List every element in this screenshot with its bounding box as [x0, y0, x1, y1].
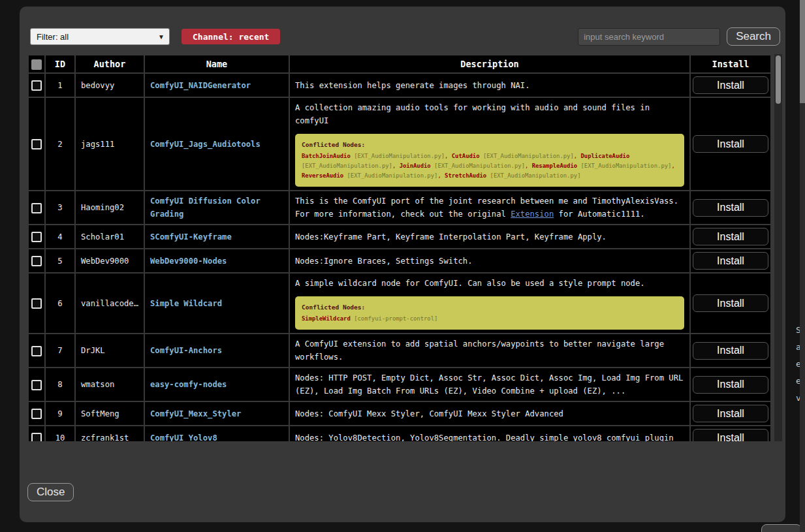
table-row: 3 Haoming02 ComfyUI Diffusion Color Grad…	[29, 191, 770, 224]
cell-id: 10	[46, 426, 74, 441]
node-name-link[interactable]: SComfyUI-Keyframe	[150, 232, 232, 242]
cell-checkbox	[29, 249, 44, 272]
header-install: Install	[691, 55, 770, 72]
cell-name: WebDev9000-Nodes	[145, 249, 289, 272]
header-description: Description	[290, 55, 689, 72]
cell-description: A simple wildcard node for ComfyUI. Can …	[290, 274, 689, 333]
table-scrollbar-thumb[interactable]	[776, 55, 781, 104]
node-name-link[interactable]: ComfyUI-Anchors	[150, 346, 222, 355]
select-all-checkbox[interactable]	[31, 59, 42, 70]
cell-checkbox	[29, 334, 44, 367]
table-row: 4 Scholar01 SComfyUI-Keyframe Nodes:Keyf…	[29, 225, 770, 248]
install-button[interactable]: Install	[693, 76, 768, 94]
cell-id: 7	[46, 334, 74, 367]
cell-install: Install	[691, 98, 770, 190]
cell-author: SoftMeng	[76, 402, 144, 425]
node-name-link[interactable]: ComfyUI_Jags_Audiotools	[150, 140, 260, 149]
cell-name: easy-comfy-nodes	[145, 368, 289, 401]
cell-author: Scholar01	[76, 225, 144, 248]
install-button[interactable]: Install	[693, 228, 768, 245]
install-button[interactable]: Install	[693, 342, 768, 360]
cell-author: Haoming02	[76, 191, 144, 224]
cell-description: This extension helps generate images thr…	[290, 74, 689, 97]
node-name-link[interactable]: ComfyUI Diffusion Color Grading	[150, 196, 260, 219]
cell-id: 3	[46, 191, 74, 224]
install-button[interactable]: Install	[693, 405, 768, 422]
cell-name: ComfyUI Diffusion Color Grading	[145, 191, 289, 224]
row-checkbox[interactable]	[31, 433, 42, 441]
partial-background-button[interactable]	[761, 524, 802, 532]
description-text: A simple wildcard node for ComfyUI. Can …	[295, 277, 684, 290]
description-link[interactable]: Extension	[511, 210, 554, 219]
cell-checkbox	[29, 402, 44, 425]
page-scrollbar[interactable]	[800, 0, 805, 532]
install-button[interactable]: Install	[693, 376, 768, 394]
node-name-link[interactable]: ComfyUI Yolov8	[150, 433, 217, 442]
page-scrollbar-thumb[interactable]	[800, 0, 805, 103]
row-checkbox[interactable]	[31, 256, 42, 266]
row-checkbox[interactable]	[31, 298, 42, 309]
cell-install: Install	[691, 274, 770, 333]
cell-install: Install	[691, 402, 770, 425]
install-button[interactable]: Install	[693, 199, 768, 217]
cell-install: Install	[691, 368, 770, 401]
row-checkbox[interactable]	[31, 80, 42, 91]
cell-name: ComfyUI Yolov8	[145, 426, 289, 441]
cell-id: 6	[46, 274, 74, 333]
cell-name: ComfyUI_Jags_Audiotools	[145, 98, 289, 190]
cell-description: A collection amazing audio tools for wor…	[290, 98, 689, 190]
node-name-link[interactable]: ComfyUI_NAIDGenerator	[150, 81, 251, 90]
header-id: ID	[46, 55, 74, 72]
table-scrollbar[interactable]	[774, 54, 782, 441]
chevron-down-icon: ▼	[158, 33, 165, 40]
search-button[interactable]: Search	[727, 27, 780, 46]
node-name-link[interactable]: ComfyUI_Mexx_Styler	[150, 409, 241, 418]
install-button[interactable]: Install	[693, 252, 768, 270]
cell-id: 8	[46, 368, 74, 401]
conflicted-nodes-list: SimpleWildcard [comfyui-prompt-control]	[302, 314, 678, 324]
node-name-link[interactable]: Simple Wildcard	[150, 299, 222, 308]
table-row: 2 jags111 ComfyUI_Jags_Audiotools A coll…	[29, 98, 770, 190]
header-select-all	[29, 55, 44, 72]
description-text: Nodes: Yolov8Detection, Yolov8Segmentati…	[295, 431, 684, 442]
filter-select[interactable]: Filter: all ▼	[30, 28, 170, 45]
install-button[interactable]: Install	[693, 429, 768, 441]
conflict-node-name: ReverseAudio	[302, 172, 343, 179]
cell-author: DrJKL	[76, 334, 144, 367]
cell-checkbox	[29, 225, 44, 248]
cell-author: jags111	[76, 98, 144, 190]
conflict-node-source: [EXT_AudioManipulation.py]	[434, 163, 525, 169]
install-button[interactable]: Install	[693, 294, 768, 312]
install-button[interactable]: Install	[693, 135, 768, 153]
conflict-node-source: [comfyui-prompt-control]	[354, 315, 437, 322]
row-checkbox[interactable]	[31, 380, 42, 390]
cell-checkbox	[29, 426, 44, 441]
conflict-node-source: [EXT_AudioManipulation.py]	[581, 163, 672, 169]
conflict-node-name: SimpleWildcard	[302, 315, 351, 322]
cell-checkbox	[29, 98, 44, 190]
node-name-link[interactable]: WebDev9000-Nodes	[150, 257, 227, 266]
row-checkbox[interactable]	[31, 232, 42, 242]
search-input[interactable]	[578, 28, 720, 46]
cell-description: This is the ComfyUI port of the joint re…	[290, 191, 689, 224]
cell-checkbox	[29, 274, 44, 333]
table-row: 6 vanillacode… Simple Wildcard A simple …	[29, 274, 770, 333]
header-name: Name	[145, 55, 289, 72]
close-button[interactable]: Close	[27, 483, 74, 501]
cell-author: WebDev9000	[76, 249, 144, 272]
table-body: 1 bedovyy ComfyUI_NAIDGenerator This ext…	[29, 74, 770, 441]
conflict-node-name: JoinAudio	[400, 163, 431, 169]
row-checkbox[interactable]	[31, 346, 42, 356]
conflicted-nodes-list: BatchJoinAudio [EXT_AudioManipulation.py…	[302, 151, 678, 181]
cell-description: A ComfyUI extension to add spatial ancho…	[290, 334, 689, 367]
row-checkbox[interactable]	[31, 409, 42, 419]
node-name-link[interactable]: easy-comfy-nodes	[150, 380, 227, 389]
row-checkbox[interactable]	[31, 139, 42, 149]
cell-author: vanillacode…	[76, 274, 144, 333]
row-checkbox[interactable]	[31, 203, 42, 213]
cell-install: Install	[691, 334, 770, 367]
conflict-node-name: CutAudio	[452, 153, 480, 159]
conflict-node-source: [EXT_AudioManipulation.py]	[483, 153, 574, 159]
cell-id: 2	[46, 98, 74, 190]
cell-name: Simple Wildcard	[145, 274, 289, 333]
